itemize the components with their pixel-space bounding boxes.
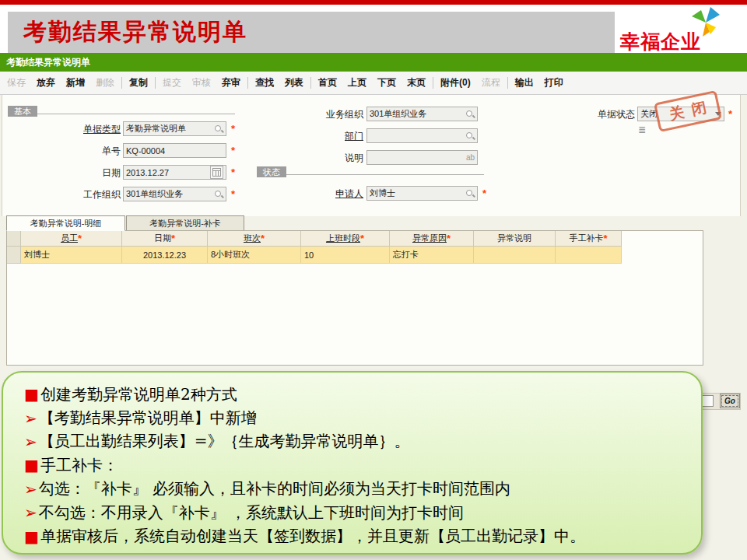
section-basic-label: 基本 <box>8 106 37 117</box>
department-input[interactable] <box>366 128 478 143</box>
grid-corner-cell <box>7 231 21 247</box>
toolbar-button-find[interactable]: 查找 <box>250 76 279 89</box>
required-mark: * <box>231 123 235 135</box>
note-line: ➢【员工出勤结果列表】=》｛生成考勤异常说明单｝。 <box>24 430 689 453</box>
column-header-manual-card: 手工补卡* <box>556 231 622 247</box>
toolbar-button-copy[interactable]: 复制 <box>124 76 153 89</box>
tab-detail[interactable]: 考勤异常说明-明细 <box>6 215 125 231</box>
square-bullet-icon: ■ <box>24 385 39 404</box>
cell-exception-reason[interactable]: 忘打卡 <box>390 247 474 264</box>
required-mark: * <box>482 187 486 199</box>
toolbar-button-attachments[interactable]: 附件(0) <box>435 76 476 89</box>
row-selector-cell[interactable] <box>7 247 21 264</box>
description-input[interactable]: ab <box>366 150 478 165</box>
toolbar-separator <box>121 77 122 89</box>
note-line: ➢勾选：『补卡』 必须输入，且补卡的时间必须为当天打卡时间范围内 <box>24 478 689 501</box>
app-title: 考勤结果异常说明单 <box>0 56 90 69</box>
arrow-bullet-icon: ➢ <box>24 503 37 522</box>
toolbar: 保存 放弃 新增 删除 复制 提交 审核 弃审 查找 列表 首页 上页 下页 末… <box>0 72 747 95</box>
app-title-bar: 考勤结果异常说明单 <box>0 53 747 72</box>
arrow-bullet-icon: ➢ <box>24 432 37 451</box>
column-header-exception-desc: 异常说明 <box>474 231 556 247</box>
doc-no-label: 单号 <box>43 145 121 158</box>
toolbar-button-unaudit[interactable]: 弃审 <box>216 76 246 89</box>
biz-org-label: 业务组织 <box>292 108 363 121</box>
note-line: ➢【考勤结果异常说明单】中新增 <box>24 406 689 429</box>
note-line: ■手工补卡： <box>24 453 689 477</box>
toolbar-separator <box>247 77 248 89</box>
toolbar-button-first[interactable]: 首页 <box>313 76 342 89</box>
cell-date[interactable]: 2013.12.23 <box>122 247 208 264</box>
arrow-bullet-icon: ➢ <box>24 480 37 499</box>
date-label: 日期 <box>43 166 121 180</box>
status-options-icon[interactable]: ≣ <box>638 124 646 135</box>
tab-makeup-card[interactable]: 考勤异常说明-补卡 <box>126 215 244 231</box>
cell-shift[interactable]: 8小时班次 <box>208 247 301 264</box>
work-org-label: 工作组织 <box>43 188 121 201</box>
section-status-label: 状态 <box>257 166 286 177</box>
section-basic: 基本 <box>8 103 235 114</box>
doc-no-input[interactable]: KQ-00004 <box>123 143 226 158</box>
toolbar-button-list[interactable]: 列表 <box>279 76 309 89</box>
toolbar-button-workflow: 流程 <box>476 76 506 89</box>
toolbar-button-delete: 删除 <box>90 76 120 89</box>
detail-grid: 员工* 日期* 班次* 上班时段* 异常原因* 异常说明 手工补卡* 刘博士 2… <box>6 230 703 366</box>
toolbar-button-next[interactable]: 下页 <box>372 76 402 89</box>
toolbar-button-new[interactable]: 新增 <box>61 76 90 89</box>
required-mark: * <box>728 108 732 120</box>
search-icon[interactable] <box>214 124 223 134</box>
cell-exception-desc[interactable] <box>474 247 556 264</box>
table-row: 刘博士 2013.12.23 8小时班次 10 忘打卡 <box>7 247 703 264</box>
doc-type-input[interactable]: 考勤异常说明单 <box>123 121 226 136</box>
required-mark: * <box>231 166 235 178</box>
required-mark: * <box>231 145 235 156</box>
go-button[interactable]: Go <box>720 394 740 408</box>
toolbar-separator <box>433 77 433 89</box>
toolbar-separator <box>507 77 508 89</box>
app-window: 考勤结果异常说明单 幸福企业 考勤结果异常说明单 保存 放弃 新增 删除 复制 … <box>0 0 747 560</box>
grid-header-row: 员工* 日期* 班次* 上班时段* 异常原因* 异常说明 手工补卡* <box>7 231 703 247</box>
cell-work-period[interactable]: 10 <box>301 247 390 264</box>
date-input[interactable]: 2013.12.27 <box>123 165 226 180</box>
biz-org-input[interactable]: 301单组织业务 <box>366 107 478 121</box>
column-header-date: 日期* <box>122 231 208 247</box>
note-line: ■创建考勤异常说明单2种方式 <box>24 383 689 406</box>
required-mark: * <box>231 188 235 200</box>
search-icon[interactable] <box>465 110 475 119</box>
applicant-input[interactable]: 刘博士 <box>366 186 478 201</box>
applicant-label: 申请人 <box>292 187 363 201</box>
top-red-bar <box>0 0 747 5</box>
cell-manual-card[interactable] <box>556 247 622 264</box>
search-icon[interactable] <box>465 189 475 198</box>
toolbar-button-export[interactable]: 输出 <box>510 76 539 89</box>
section-status: 状态 <box>257 164 484 175</box>
toolbar-button-print[interactable]: 打印 <box>539 76 569 89</box>
square-bullet-icon: ■ <box>24 456 39 474</box>
slide-title-bar: 考勤结果异常说明单 <box>8 12 615 53</box>
toolbar-button-prev[interactable]: 上页 <box>342 76 372 89</box>
work-org-input[interactable]: 301单组织业务 <box>123 187 226 201</box>
cell-employee[interactable]: 刘博士 <box>21 247 122 264</box>
toolbar-button-last[interactable]: 末页 <box>402 76 431 89</box>
toolbar-separator <box>155 77 156 89</box>
annotation-note-box: ■创建考勤异常说明单2种方式 ➢【考勤结果异常说明单】中新增 ➢【员工出勤结果列… <box>2 371 703 555</box>
arrow-bullet-icon: ➢ <box>24 409 37 428</box>
doc-status-label: 单据状态 <box>579 108 635 121</box>
company-logo-text: 幸福企业 <box>620 29 701 54</box>
note-line: ➢不勾选：不用录入『补卡』 ，系统默认上下班时间为打卡时间 <box>24 501 689 524</box>
note-line: ■单据审核后，系统自动创建当天【签到数据】，并且更新【员工出勤记录】中。 <box>24 524 689 548</box>
column-header-employee: 员工* <box>21 231 122 247</box>
toolbar-button-save: 保存 <box>2 76 31 89</box>
toolbar-button-audit: 审核 <box>187 76 216 89</box>
calendar-icon[interactable] <box>210 166 223 179</box>
department-label: 部门 <box>292 130 363 143</box>
page-title: 考勤结果异常说明单 <box>8 16 247 48</box>
search-icon[interactable] <box>214 190 223 199</box>
toolbar-button-discard[interactable]: 放弃 <box>31 76 61 89</box>
search-icon[interactable] <box>465 131 475 141</box>
column-header-shift: 班次* <box>208 231 301 247</box>
toolbar-button-submit: 提交 <box>157 76 187 89</box>
description-label: 说明 <box>292 152 363 165</box>
square-bullet-icon: ■ <box>24 527 39 546</box>
toolbar-separator <box>310 77 311 89</box>
